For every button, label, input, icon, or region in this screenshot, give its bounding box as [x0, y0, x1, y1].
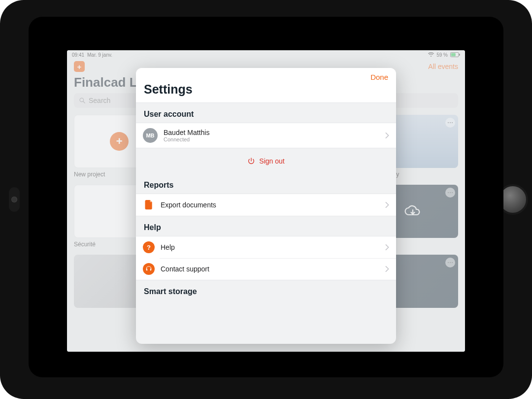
export-icon [143, 200, 155, 210]
help-icon: ? [143, 241, 155, 253]
chevron-right-icon [385, 133, 389, 138]
headset-icon [143, 263, 155, 275]
chevron-right-icon [385, 202, 389, 208]
section-user-account: User account [136, 103, 396, 123]
sign-out-label: Sign out [259, 157, 284, 165]
row-label: Help [161, 243, 175, 251]
sign-out-row[interactable]: Sign out [136, 148, 396, 174]
device-frame: 09:41 Mar. 9 janv. 59 % + All ev [0, 0, 532, 399]
row-help[interactable]: ? Help [136, 236, 396, 258]
row-contact-support[interactable]: Contact support [136, 258, 396, 280]
avatar: MB [143, 128, 158, 143]
modal-title: Settings [144, 82, 388, 97]
section-help: Help [136, 216, 396, 236]
row-label: Export documents [161, 201, 216, 209]
settings-modal: Done Settings User account MB Baudet Mat… [136, 68, 396, 344]
device-camera [9, 187, 20, 212]
user-status: Connected [164, 136, 209, 142]
device-bezel: 09:41 Mar. 9 janv. 59 % + All ev [29, 17, 503, 377]
section-smart-storage: Smart storage [136, 280, 396, 300]
modal-header: Done Settings [136, 68, 396, 103]
modal-body[interactable]: User account MB Baudet Matthis Connected [136, 103, 396, 344]
power-icon [247, 157, 255, 165]
screen: 09:41 Mar. 9 janv. 59 % + All ev [67, 50, 465, 352]
chevron-right-icon [385, 244, 389, 250]
user-name: Baudet Matthis [164, 129, 209, 136]
row-export-documents[interactable]: Export documents [136, 194, 396, 216]
done-button[interactable]: Done [370, 73, 388, 81]
section-reports: Reports [136, 174, 396, 194]
row-user-account[interactable]: MB Baudet Matthis Connected [136, 123, 396, 148]
row-label: Contact support [161, 265, 209, 273]
chevron-right-icon [385, 266, 389, 272]
